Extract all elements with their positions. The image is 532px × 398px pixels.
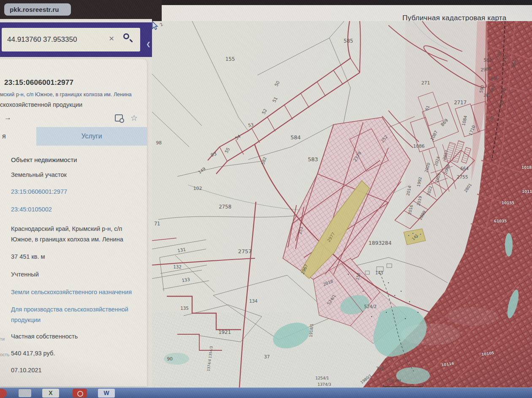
label-fragment-ownership: ти	[0, 336, 5, 341]
card-action-icons: ☆	[115, 114, 138, 122]
label-fragment-cost: ость	[0, 352, 9, 357]
parcel-label: 584	[290, 134, 301, 141]
parcel-label: 1374/3	[318, 382, 331, 387]
parcel-label: 102	[193, 186, 202, 191]
sidebar: × ❮ 23:15:0606001:2977 мский р-н, с/п Юж…	[0, 19, 152, 387]
parcel-label: 585	[344, 38, 353, 44]
parcel-label: 1254/1	[315, 376, 329, 380]
record-date: 07.10.2021	[11, 366, 141, 374]
parcel-label: 71	[154, 221, 160, 227]
parcel-label: 1893284	[369, 240, 391, 246]
clear-search-icon[interactable]: ×	[109, 34, 114, 43]
object-type: Земельный участок	[11, 171, 141, 179]
favorite-star-icon[interactable]: ☆	[130, 114, 138, 122]
parcel-label: 155	[225, 56, 235, 62]
tab-information[interactable]: я	[0, 127, 36, 146]
parcel-label: 1921	[218, 329, 231, 335]
parcel-label: 53	[248, 122, 254, 128]
taskbar: X W	[0, 387, 532, 398]
parcel-label: 0,3 км	[387, 378, 401, 383]
object-card: 23:15:0606001:2977 мский р-н, с/п Южное,…	[0, 59, 147, 386]
parcel-label: 61035	[494, 219, 507, 223]
excel-icon[interactable]: X	[42, 389, 59, 398]
parcel-label: 135	[180, 306, 188, 311]
parcel-label: 1011	[522, 190, 532, 194]
object-details: Объект недвижимости Земельный участок 23…	[0, 146, 147, 374]
parcel-label: 2757	[238, 248, 252, 255]
browser-tabbar: pkk.rosreestr.ru	[0, 0, 162, 21]
parcel-label: 143	[375, 271, 383, 275]
folder-icon[interactable]	[19, 389, 31, 397]
parcel-label: 90	[167, 356, 173, 362]
parcel-label: 2755	[456, 174, 468, 180]
word-icon[interactable]: W	[98, 389, 115, 398]
collapse-panel-icon[interactable]: ❮	[146, 41, 151, 47]
object-area: 37 451 кв. м	[11, 252, 141, 261]
tab-services[interactable]: Услуги	[36, 127, 147, 146]
parcel-label: 1018	[521, 165, 532, 170]
parcel-label: 134	[249, 298, 257, 303]
card-tabs: я Услуги	[0, 127, 147, 146]
parcel-label: 98	[156, 140, 162, 146]
parcel-label: 281	[483, 93, 490, 97]
parcel-label: 2717	[454, 100, 467, 106]
quarter-number-link[interactable]: 23:45:0105002	[11, 205, 141, 214]
screen: pkk.rosreestr.ru Публичная кадастровая к…	[0, 0, 532, 398]
search-bar: × ❮	[0, 22, 152, 57]
search-input[interactable]	[2, 28, 140, 51]
arrow-right-icon[interactable]: →	[4, 114, 11, 122]
permitted-use-link[interactable]: Для производства сельскохозяйственной пр…	[11, 304, 133, 325]
taskbar-icon-partial[interactable]	[0, 389, 7, 398]
card-icon-row: → ☆	[4, 114, 138, 122]
browser-tab[interactable]: pkk.rosreestr.ru	[4, 3, 71, 16]
card-address-line: мский р-н, с/п Южное, в границах колхоза…	[0, 92, 147, 97]
object-address: Краснодарский край, Крымский р-н, с/п Юж…	[11, 224, 138, 245]
parcel-label: 2758	[219, 204, 231, 210]
parcel-label: 1918/1	[308, 324, 314, 338]
parcel-label: 583	[308, 156, 318, 162]
parcel-label: 10155	[502, 201, 514, 205]
search-icon[interactable]	[123, 33, 129, 39]
cadastral-number-link[interactable]: 23:15:0606001:2977	[11, 187, 141, 196]
map-linework	[152, 21, 532, 387]
parcel-label: 132	[173, 264, 181, 269]
parcel-label: 524/2	[364, 304, 376, 309]
cadastral-cost: 540 417,93 руб.	[11, 349, 141, 357]
parcel-label: 37	[264, 354, 270, 360]
parcel-label: 271	[421, 80, 430, 86]
ownership-type: Частная собственность	[11, 332, 141, 341]
object-status: Учтенный	[11, 270, 141, 279]
parcel-label: 581	[483, 57, 491, 62]
mouse-cursor	[152, 21, 159, 30]
taskbar-icon-red[interactable]	[73, 389, 87, 398]
parcel-label: 1086	[413, 143, 424, 149]
parcel-label: 664	[460, 166, 468, 171]
document-search-icon[interactable]	[115, 114, 123, 122]
land-category-link[interactable]: Земли сельскохозяйственного назначения	[11, 287, 133, 298]
card-usage-line: скохозяйственной продукции	[0, 101, 147, 108]
section-title: Объект недвижимости	[11, 156, 141, 164]
parcel-label: 791	[376, 366, 384, 371]
page-header: Публичная кадастровая карта	[162, 5, 532, 21]
cadastral-map[interactable]: 2155585271271750515253545558258458398931…	[152, 21, 532, 387]
card-cadastral-number: 23:15:0606001:2977	[4, 79, 143, 87]
